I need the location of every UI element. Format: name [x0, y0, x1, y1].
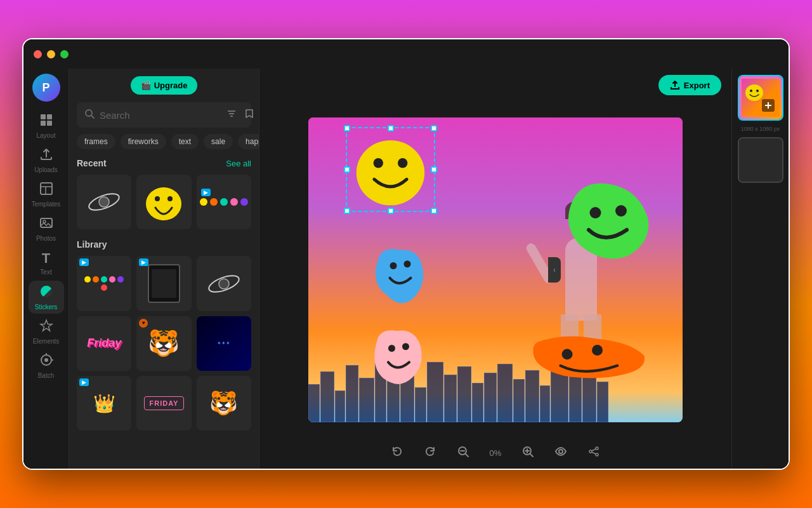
svg-point-35	[402, 343, 409, 350]
svg-rect-0	[41, 114, 46, 119]
recent-sticker-2[interactable]	[136, 175, 191, 229]
svg-point-31	[404, 260, 411, 267]
svg-point-30	[390, 262, 397, 269]
svg-rect-4	[41, 183, 52, 194]
canvas[interactable]	[308, 117, 683, 422]
sidebar-item-text[interactable]: T Text	[29, 246, 64, 279]
undo-button[interactable]	[386, 443, 409, 464]
recent-sticker-3[interactable]: ▶	[197, 175, 251, 229]
preview-thumb-bg	[739, 76, 782, 119]
right-preview-panel: 1080 x 1080 px	[731, 69, 789, 469]
svg-line-47	[592, 449, 596, 451]
sidebar-item-layout[interactable]: Layout	[29, 109, 64, 142]
size-label: 1080 x 1080 px	[741, 126, 780, 132]
svg-point-28	[590, 207, 601, 218]
svg-point-51	[750, 90, 752, 92]
preview-thumb-1[interactable]	[738, 75, 783, 121]
collapse-panel-button[interactable]: ‹	[548, 257, 561, 283]
recent-sticker-1[interactable]	[77, 175, 131, 229]
text-icon: T	[42, 250, 50, 267]
library-sticker-2[interactable]: ▶	[136, 256, 191, 311]
canvas-area: Export	[259, 69, 731, 469]
tag-text[interactable]: text	[171, 134, 199, 149]
preview-thumb-2[interactable]	[738, 137, 783, 183]
blue-smiley[interactable]	[372, 241, 429, 311]
stickers-label: Stickers	[35, 304, 58, 311]
uploads-label: Uploads	[34, 166, 58, 173]
tag-frames[interactable]: frames	[77, 134, 115, 149]
view-button[interactable]	[549, 443, 572, 464]
svg-point-34	[388, 345, 395, 352]
library-title: Library	[77, 239, 107, 250]
svg-point-24	[219, 279, 229, 289]
search-icon	[84, 109, 95, 121]
maximize-dot[interactable]	[60, 50, 69, 58]
stickers-panel: 🎬 Upgrade	[69, 69, 259, 469]
browser-window: P Layout	[22, 38, 790, 470]
photos-label: Photos	[36, 235, 56, 242]
svg-rect-2	[41, 121, 46, 126]
orange-smiley[interactable]	[530, 327, 651, 384]
svg-line-42	[530, 454, 533, 457]
svg-point-33	[592, 345, 603, 356]
zoom-out-button[interactable]	[452, 443, 475, 464]
upgrade-button[interactable]: 🎬 Upgrade	[131, 76, 198, 95]
panel-header: 🎬 Upgrade	[69, 69, 259, 102]
minimize-dot[interactable]	[47, 50, 55, 58]
library-sticker-3[interactable]	[197, 256, 251, 311]
tag-happy[interactable]: happ	[238, 134, 259, 149]
library-sticker-6[interactable]: ✦✦✦	[197, 316, 251, 371]
svg-point-44	[596, 447, 598, 450]
sidebar-item-photos[interactable]: Photos	[29, 212, 64, 245]
upgrade-icon: 🎬	[141, 81, 151, 90]
svg-rect-3	[47, 121, 52, 126]
filter-button[interactable]	[225, 107, 238, 123]
bookmark-button[interactable]	[243, 107, 256, 123]
preview-thumb-blank	[739, 138, 782, 182]
library-sticker-1[interactable]: ▶	[77, 256, 131, 311]
sidebar-item-elements[interactable]: Elements	[29, 315, 64, 348]
search-input[interactable]	[100, 110, 220, 121]
redo-button[interactable]	[419, 443, 442, 464]
svg-point-10	[44, 358, 48, 362]
library-sticker-8[interactable]: FRIDAY	[136, 376, 191, 431]
sidebar-item-batch[interactable]: Batch	[29, 349, 64, 382]
svg-point-52	[756, 90, 759, 92]
svg-point-43	[559, 450, 563, 453]
zoom-in-button[interactable]	[516, 443, 539, 464]
svg-point-45	[589, 450, 592, 453]
green-smiley[interactable]	[562, 175, 657, 270]
svg-point-29	[615, 205, 627, 217]
svg-point-20	[146, 187, 181, 220]
batch-icon	[39, 353, 53, 370]
layout-icon	[39, 113, 53, 130]
library-sticker-9[interactable]: 🐯	[197, 376, 251, 431]
sidebar-item-uploads[interactable]: Uploads	[29, 144, 64, 177]
sidebar-item-templates[interactable]: Templates	[29, 178, 64, 211]
tag-sale[interactable]: sale	[204, 134, 233, 149]
close-dot[interactable]	[34, 50, 42, 58]
templates-icon	[39, 182, 53, 199]
selected-smiley[interactable]	[348, 129, 433, 210]
library-sticker-grid: ▶ ▶	[77, 256, 251, 431]
canvas-wrapper: ‹	[259, 102, 731, 438]
svg-point-26	[374, 158, 383, 168]
elements-label: Elements	[33, 338, 60, 345]
canvas-bottom-bar: 0%	[259, 438, 731, 469]
app-logo[interactable]: P	[32, 74, 60, 102]
sidebar-item-stickers[interactable]: Stickers	[29, 281, 64, 314]
browser-titlebar	[23, 39, 789, 69]
library-sticker-4[interactable]: Friday	[77, 316, 131, 371]
see-all-button[interactable]: See all	[226, 159, 251, 168]
library-sticker-7[interactable]: ▶ 👑	[77, 376, 131, 431]
share-button[interactable]	[582, 443, 605, 464]
pink-smiley[interactable]	[372, 324, 426, 394]
export-button[interactable]: Export	[658, 75, 721, 95]
tag-fireworks[interactable]: fireworks	[121, 134, 166, 149]
top-bar: Export	[259, 69, 731, 102]
elements-icon	[39, 319, 53, 336]
browser-dots	[34, 50, 69, 58]
recent-sticker-grid: ▶	[77, 175, 251, 229]
svg-line-48	[592, 452, 596, 454]
library-sticker-5[interactable]: ♥ 🐯	[136, 316, 191, 371]
